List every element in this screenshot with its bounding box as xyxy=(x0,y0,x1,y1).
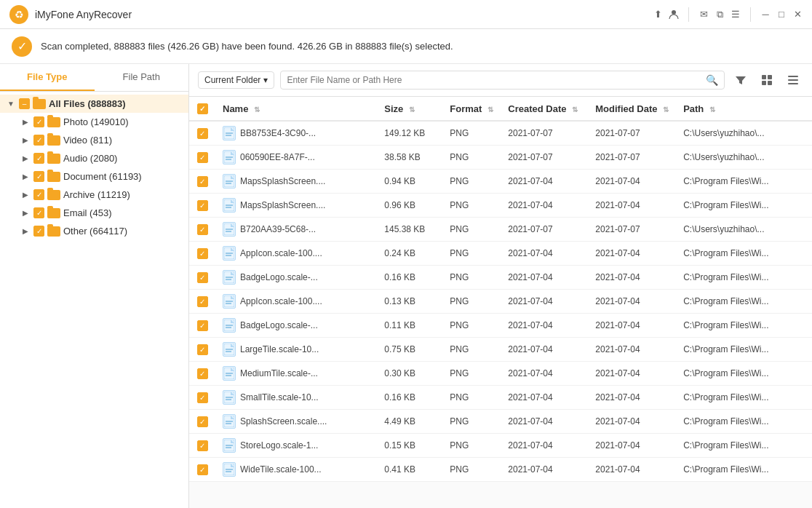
cell-path-0: C:\Users\yuzhihao\... xyxy=(676,121,812,146)
cell-name-11: SmallTile.scale-10... xyxy=(215,386,377,410)
document-checkbox[interactable]: ✓ xyxy=(33,171,44,182)
cell-created-7: 2021-07-04 xyxy=(501,290,588,314)
row-checkbox-6[interactable]: ✓ xyxy=(197,272,208,283)
grid-view-button[interactable] xyxy=(757,70,777,90)
other-checkbox[interactable]: ✓ xyxy=(33,226,44,237)
video-checkbox[interactable]: ✓ xyxy=(33,135,44,146)
row-checkbox-9[interactable]: ✓ xyxy=(197,344,208,355)
cell-size-1: 38.58 KB xyxy=(377,146,442,170)
row-checkbox-3[interactable]: ✓ xyxy=(197,200,208,211)
row-checkbox-cell[interactable]: ✓ xyxy=(189,362,215,386)
list-view-button[interactable] xyxy=(783,70,803,90)
row-checkbox-cell[interactable]: ✓ xyxy=(189,194,215,218)
cell-name-text-13: StoreLogo.scale-1... xyxy=(240,440,318,451)
share-icon[interactable]: ⬆ xyxy=(652,9,664,20)
column-format[interactable]: Format ⇅ xyxy=(442,97,501,121)
photo-checkbox[interactable]: ✓ xyxy=(33,116,44,127)
cell-name-5: AppIcon.scale-100.... xyxy=(215,242,377,266)
row-checkbox-cell[interactable]: ✓ xyxy=(189,434,215,458)
cell-name-text-0: BB8753E4-3C90-... xyxy=(240,128,316,138)
filter-button[interactable] xyxy=(731,70,751,90)
archive-checkbox[interactable]: ✓ xyxy=(33,189,44,200)
cell-format-0: PNG xyxy=(442,121,501,146)
row-checkbox-cell[interactable]: ✓ xyxy=(189,314,215,338)
row-checkbox-cell[interactable]: ✓ xyxy=(189,146,215,170)
bookmark-icon[interactable]: ⧉ xyxy=(714,9,725,20)
email-checkbox[interactable]: ✓ xyxy=(33,207,44,218)
tab-file-type[interactable]: File Type xyxy=(0,64,95,91)
tab-file-path[interactable]: File Path xyxy=(95,64,189,91)
search-icon[interactable]: 🔍 xyxy=(706,74,718,86)
row-checkbox-11[interactable]: ✓ xyxy=(197,392,208,403)
select-all-checkbox[interactable]: ✓ xyxy=(197,103,208,114)
cell-format-3: PNG xyxy=(442,194,501,218)
row-checkbox-cell[interactable]: ✓ xyxy=(189,218,215,242)
row-checkbox-13[interactable]: ✓ xyxy=(197,440,208,451)
cell-path-1: C:\Users\yuzhihao\... xyxy=(676,146,812,170)
all-files-checkbox[interactable]: – xyxy=(19,98,30,109)
file-icon-13 xyxy=(223,438,236,453)
header-checkbox-cell[interactable]: ✓ xyxy=(189,97,215,121)
row-checkbox-cell[interactable]: ✓ xyxy=(189,458,215,482)
menu-icon[interactable]: ☰ xyxy=(730,9,741,20)
row-checkbox-7[interactable]: ✓ xyxy=(197,296,208,307)
tree-item-photo[interactable]: ▶ ✓ Photo (149010) xyxy=(0,113,188,131)
row-checkbox-5[interactable]: ✓ xyxy=(197,248,208,259)
row-checkbox-4[interactable]: ✓ xyxy=(197,224,208,235)
audio-checkbox[interactable]: ✓ xyxy=(33,153,44,164)
row-checkbox-1[interactable]: ✓ xyxy=(197,152,208,163)
cell-name-6: BadgeLogo.scale-... xyxy=(215,266,377,290)
minimize-button[interactable]: ─ xyxy=(760,9,771,20)
tree-item-all-files[interactable]: ▼ – All Files (888883) xyxy=(0,95,188,113)
row-checkbox-8[interactable]: ✓ xyxy=(197,320,208,331)
cell-size-8: 0.11 KB xyxy=(377,314,442,338)
email-icon[interactable]: ✉ xyxy=(698,9,709,20)
row-checkbox-10[interactable]: ✓ xyxy=(197,368,208,379)
tree-item-archive[interactable]: ▶ ✓ Archive (11219) xyxy=(0,186,188,204)
row-checkbox-2[interactable]: ✓ xyxy=(197,176,208,187)
current-folder-select[interactable]: Current Folder ▾ xyxy=(198,71,274,89)
cell-name-text-8: BadgeLogo.scale-... xyxy=(240,320,318,330)
cell-modified-9: 2021-07-04 xyxy=(588,338,676,362)
row-checkbox-cell[interactable]: ✓ xyxy=(189,242,215,266)
file-icon-8 xyxy=(223,318,236,333)
tree-item-video[interactable]: ▶ ✓ Video (811) xyxy=(0,131,188,149)
sort-arrows-format: ⇅ xyxy=(487,106,493,114)
column-created-date[interactable]: Created Date ⇅ xyxy=(501,97,588,121)
tree-item-audio[interactable]: ▶ ✓ Audio (2080) xyxy=(0,149,188,167)
folder-icon-email xyxy=(47,208,60,218)
folder-icon-audio xyxy=(47,154,60,164)
row-checkbox-cell[interactable]: ✓ xyxy=(189,410,215,434)
cell-size-10: 0.30 KB xyxy=(377,362,442,386)
cell-format-1: PNG xyxy=(442,146,501,170)
svg-rect-4 xyxy=(768,75,772,79)
close-button[interactable]: ✕ xyxy=(792,9,803,20)
file-icon-0 xyxy=(223,126,236,140)
row-checkbox-cell[interactable]: ✓ xyxy=(189,290,215,314)
row-checkbox-cell[interactable]: ✓ xyxy=(189,266,215,290)
column-modified-date[interactable]: Modified Date ⇅ xyxy=(588,97,676,121)
column-size[interactable]: Size ⇅ xyxy=(377,97,442,121)
tree-item-email[interactable]: ▶ ✓ Email (453) xyxy=(0,204,188,222)
column-name[interactable]: Name ⇅ xyxy=(215,97,377,121)
maximize-button[interactable]: □ xyxy=(776,9,787,20)
cell-created-3: 2021-07-04 xyxy=(501,194,588,218)
cell-size-6: 0.16 KB xyxy=(377,266,442,290)
row-checkbox-cell[interactable]: ✓ xyxy=(189,121,215,146)
cell-name-13: StoreLogo.scale-1... xyxy=(215,434,377,458)
tree-item-document[interactable]: ▶ ✓ Document (61193) xyxy=(0,167,188,186)
tree-item-other[interactable]: ▶ ✓ Other (664117) xyxy=(0,222,188,240)
cell-name-12: SplashScreen.scale.... xyxy=(215,410,377,434)
row-checkbox-cell[interactable]: ✓ xyxy=(189,170,215,194)
profile-icon[interactable] xyxy=(668,9,680,20)
cell-size-11: 0.16 KB xyxy=(377,386,442,410)
row-checkbox-cell[interactable]: ✓ xyxy=(189,338,215,362)
row-checkbox-14[interactable]: ✓ xyxy=(197,464,208,475)
row-checkbox-0[interactable]: ✓ xyxy=(197,128,208,139)
column-path[interactable]: Path ⇅ xyxy=(676,97,812,121)
row-checkbox-cell[interactable]: ✓ xyxy=(189,386,215,410)
search-input[interactable] xyxy=(287,75,706,85)
svg-rect-7 xyxy=(788,76,798,77)
row-checkbox-12[interactable]: ✓ xyxy=(197,416,208,427)
table-row: ✓ MapsSplashScreen.... 0.94 KB PNG 2021-… xyxy=(189,170,812,194)
